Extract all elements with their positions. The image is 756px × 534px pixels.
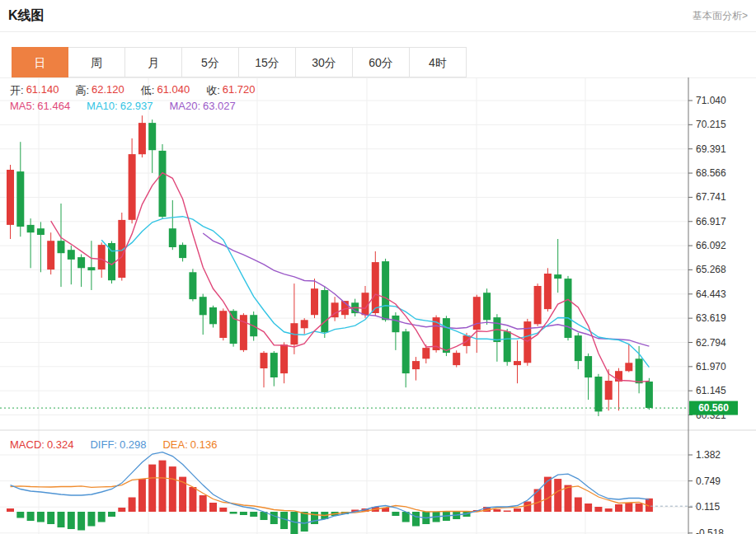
svg-text:69.391: 69.391 — [696, 143, 726, 155]
kline-candlestick-chart[interactable]: 71.04070.21569.39168.56667.74166.91766.0… — [0, 77, 756, 534]
ma-ma10-label: MA10: — [87, 100, 118, 112]
macd-macd: MACD:0.324 — [10, 438, 73, 451]
ohlc-low-value: 61.040 — [157, 83, 190, 98]
ma-ma10: MA10:62.937 — [87, 100, 153, 112]
macd-diff-value: 0.298 — [120, 438, 147, 451]
ma-ma20-value: 63.027 — [203, 100, 236, 112]
macd-dea-value: 0.136 — [190, 438, 218, 451]
svg-text:60.560: 60.560 — [698, 402, 729, 414]
ma-ma10-value: 62.937 — [120, 100, 153, 112]
svg-text:70.215: 70.215 — [696, 119, 726, 130]
svg-text:62.794: 62.794 — [696, 337, 726, 349]
ohlc-open: 开:61.140 — [10, 83, 59, 98]
ohlc-open-label: 开: — [10, 83, 24, 98]
ma-ma5-label: MA5: — [10, 100, 35, 112]
ohlc-high-value: 62.120 — [92, 83, 124, 98]
page-title: K线图 — [8, 7, 45, 25]
ohlc-open-value: 61.140 — [26, 83, 59, 98]
widget-header: K线图 基本面分析> — [0, 0, 756, 32]
macd-macd-value: 0.324 — [47, 438, 74, 451]
svg-text:-0.518: -0.518 — [696, 527, 724, 534]
ohlc-high-label: 高: — [75, 83, 89, 98]
svg-text:64.443: 64.443 — [696, 288, 726, 300]
period-tab-8[interactable]: 4时 — [410, 47, 467, 77]
svg-text:61.145: 61.145 — [696, 385, 726, 396]
ma-ma5-value: 61.464 — [37, 100, 70, 112]
ma-ma5: MA5:61.464 — [10, 100, 70, 112]
ohlc-low-label: 低: — [141, 83, 155, 98]
ma-ma20: MA20:63.027 — [169, 100, 235, 112]
period-tab-7[interactable]: 60分 — [353, 47, 410, 77]
macd-macd-label: MACD: — [10, 438, 45, 451]
ma-info-bar: MA5:61.464MA10:62.937MA20:63.027 — [10, 100, 236, 112]
fundamental-analysis-link[interactable]: 基本面分析> — [693, 9, 748, 23]
chart-area: 71.04070.21569.39168.56667.74166.91766.0… — [0, 77, 756, 534]
ohlc-low: 低:61.040 — [141, 83, 190, 98]
svg-text:65.268: 65.268 — [696, 264, 726, 275]
svg-text:66.092: 66.092 — [696, 240, 726, 251]
period-tab-3[interactable]: 月 — [125, 47, 182, 77]
macd-dea: DEA:0.136 — [162, 438, 217, 451]
period-tabs: 日周月5分15分30分60分4时 — [12, 47, 756, 77]
svg-text:67.741: 67.741 — [696, 191, 726, 203]
svg-text:0.749: 0.749 — [696, 475, 721, 487]
macd-info-bar: MACD:0.324DIFF:0.298DEA:0.136 — [10, 438, 217, 451]
period-tab-2[interactable]: 周 — [68, 47, 125, 77]
ohlc-close-value: 61.720 — [223, 83, 256, 98]
ohlc-close: 收:61.720 — [206, 83, 255, 98]
svg-text:61.970: 61.970 — [696, 361, 726, 372]
macd-diff-label: DIFF: — [90, 438, 117, 451]
period-tab-4[interactable]: 5分 — [182, 47, 239, 77]
svg-text:66.917: 66.917 — [696, 216, 726, 227]
macd-diff: DIFF:0.298 — [90, 438, 146, 451]
svg-text:71.040: 71.040 — [696, 95, 726, 106]
period-tab-6[interactable]: 30分 — [296, 47, 353, 77]
period-tab-1[interactable]: 日 — [12, 47, 68, 77]
ma-ma20-label: MA20: — [169, 100, 200, 112]
ohlc-info-bar: 开:61.140高:62.120低:61.040收:61.720 — [10, 83, 256, 98]
svg-text:1.382: 1.382 — [696, 449, 721, 461]
svg-text:63.619: 63.619 — [696, 312, 726, 324]
macd-dea-label: DEA: — [162, 438, 187, 451]
svg-text:68.566: 68.566 — [696, 167, 726, 179]
period-tab-5[interactable]: 15分 — [239, 47, 296, 77]
ohlc-close-label: 收: — [206, 83, 220, 98]
svg-text:0.115: 0.115 — [696, 501, 720, 513]
ohlc-high: 高:62.120 — [75, 83, 124, 98]
